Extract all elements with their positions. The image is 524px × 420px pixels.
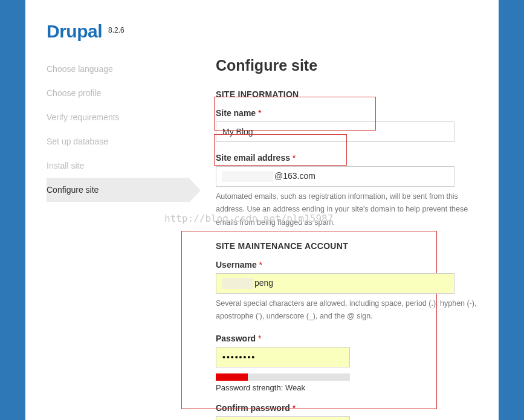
field-password: Password * Password strength: Weak: [216, 334, 477, 392]
field-confirm-password: Confirm password * Passwords match: yes: [216, 403, 477, 420]
version-label: 8.2.6: [108, 26, 125, 34]
redacted-overlay: [222, 171, 273, 182]
field-site-name: Site name *: [216, 108, 477, 142]
required-mark: *: [293, 403, 296, 413]
content-area: Choose language Choose profile Verify re…: [47, 57, 499, 420]
confirm-password-label: Confirm password *: [216, 403, 477, 413]
field-username: Username * peng Several special characte…: [216, 260, 477, 323]
field-site-email: Site email address * @163.com Automated …: [216, 153, 477, 229]
username-help: Several special characters are allowed, …: [216, 297, 477, 323]
required-mark: *: [293, 153, 296, 163]
sidebar-item-profile[interactable]: Choose profile: [47, 81, 189, 105]
required-mark: *: [258, 334, 261, 343]
header: Drupal 8.2.6: [47, 21, 499, 42]
sidebar-item-database[interactable]: Set up database: [47, 129, 189, 153]
password-strength-text: Password strength: Weak: [216, 383, 477, 392]
brand-logo: Drupal: [47, 21, 102, 42]
site-email-help: Automated emails, such as registration i…: [216, 190, 477, 229]
password-strength-bar: [216, 373, 350, 381]
main-form: http://blog.csdn.net/plm15987 Configure …: [189, 57, 499, 420]
email-suffix: @163.com: [274, 171, 315, 181]
sidebar-item-requirements[interactable]: Verify requirements: [47, 105, 189, 129]
section-site-information: SITE INFORMATION: [216, 89, 477, 99]
site-name-input[interactable]: [216, 121, 454, 142]
sidebar-item-language[interactable]: Choose language: [47, 57, 189, 81]
page-title: Configure site: [216, 57, 477, 74]
confirm-password-input[interactable]: [216, 416, 350, 420]
redacted-overlay: [222, 278, 253, 289]
site-email-label: Site email address *: [216, 153, 477, 163]
password-input[interactable]: [216, 347, 350, 367]
password-label: Password *: [216, 334, 477, 343]
progress-sidebar: Choose language Choose profile Verify re…: [47, 57, 189, 420]
required-mark: *: [259, 260, 262, 270]
sidebar-item-install[interactable]: Install site: [47, 153, 189, 178]
username-label: Username *: [216, 260, 477, 270]
site-name-label: Site name *: [216, 108, 477, 118]
username-suffix: peng: [254, 278, 273, 288]
section-maintenance-account: SITE MAINTENANCE ACCOUNT: [216, 241, 477, 251]
installer-page: Drupal 8.2.6 Choose language Choose prof…: [25, 0, 499, 420]
required-mark: *: [258, 108, 261, 118]
password-strength-fill: [216, 373, 248, 381]
sidebar-item-configure[interactable]: Configure site: [47, 178, 189, 202]
